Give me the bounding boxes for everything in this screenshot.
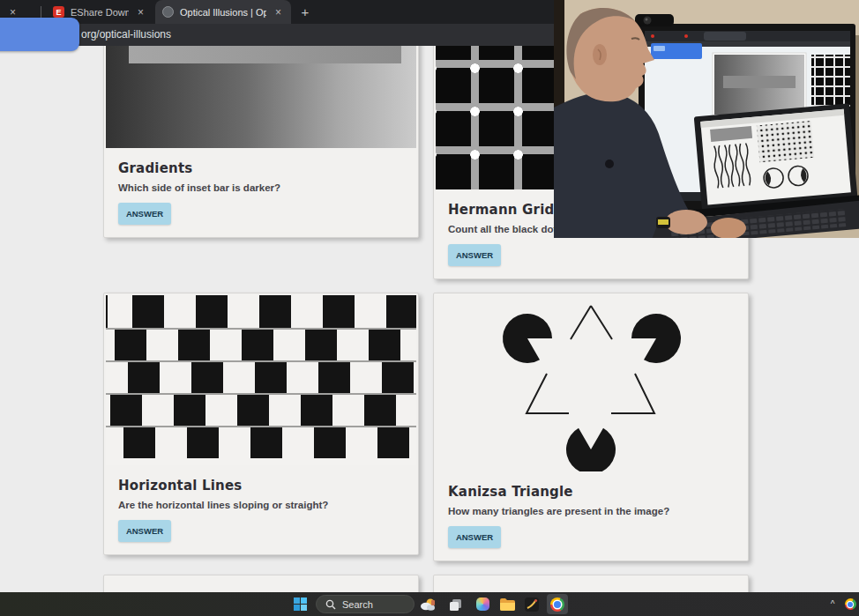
task-view-button[interactable]	[445, 594, 467, 614]
taskbar-search[interactable]: Search	[316, 595, 415, 613]
tab-close-icon[interactable]: ×	[273, 6, 284, 19]
answer-button[interactable]: ANSWER	[448, 526, 501, 548]
card-kanizsa-triangle: Kanizsa Triangle How many triangles are …	[433, 293, 749, 561]
tab-separator	[41, 6, 41, 18]
tab-close-icon[interactable]: ×	[7, 6, 19, 19]
search-icon	[325, 599, 336, 610]
tab-label: EShare Download	[71, 7, 129, 18]
chrome-icon	[550, 597, 564, 612]
windows-logo-icon	[294, 597, 307, 611]
tab-close-icon[interactable]: ×	[135, 6, 146, 19]
file-explorer-button[interactable]	[497, 594, 518, 614]
answer-button[interactable]: ANSWER	[118, 203, 171, 225]
gradients-illusion-image	[106, 46, 416, 148]
card-question: Are the horizontal lines sloping or stra…	[118, 500, 404, 510]
cafe-wall-illusion-image	[106, 295, 416, 465]
tab-optical-illusions[interactable]: Optical Illusions | Optics for Kid ×	[155, 0, 291, 24]
card-question: How many triangles are present in the im…	[448, 506, 734, 516]
answer-button[interactable]: ANSWER	[448, 244, 501, 266]
card-question: Which side of inset bar is darker?	[118, 182, 404, 193]
card-title: Kanizsa Triangle	[448, 484, 734, 500]
eshare-app-icon	[525, 597, 539, 612]
tray-chrome-icon[interactable]	[840, 594, 859, 614]
copilot-button[interactable]	[472, 594, 493, 614]
chrome-icon	[845, 598, 856, 610]
gradient-inset-bar	[129, 46, 401, 63]
card-horizontal-lines: Horizontal Lines Are the horizontal line…	[103, 293, 419, 555]
copilot-icon	[476, 597, 489, 611]
start-button[interactable]	[289, 594, 310, 614]
card-gradients: Gradients Which side of inset bar is dar…	[103, 46, 419, 238]
clip-mic	[605, 160, 614, 168]
card-title: Horizontal Lines	[118, 478, 404, 494]
folder-icon	[500, 598, 515, 611]
chevron-up-icon: ^	[831, 599, 835, 609]
eshare-floating-widget[interactable]: z	[0, 18, 79, 51]
tab-label: Optical Illusions | Optics for Kid	[180, 7, 266, 18]
task-view-icon	[449, 597, 463, 612]
dot-grid-mini	[757, 121, 814, 162]
eshare-tab-icon: E	[53, 6, 64, 18]
eshare-app-button[interactable]	[521, 594, 542, 614]
card-partial-right	[433, 575, 749, 592]
globe-icon	[162, 6, 174, 18]
chrome-button[interactable]	[547, 594, 568, 614]
card-title: Gradients	[118, 160, 404, 176]
windows-taskbar: Search	[0, 592, 859, 616]
card-partial-left	[103, 575, 419, 592]
ear	[593, 44, 607, 65]
widgets-weather-button[interactable]	[417, 594, 438, 614]
answer-button[interactable]: ANSWER	[118, 520, 171, 542]
weather-icon	[419, 597, 437, 612]
webcam-device	[635, 14, 674, 26]
search-label: Search	[342, 599, 373, 610]
kanizsa-triangle-illusion-image	[436, 295, 746, 471]
new-tab-button[interactable]: +	[296, 4, 314, 21]
url-text[interactable]: org/optical-illusions	[81, 28, 171, 41]
webcam-video-overlay	[554, 0, 859, 238]
screen: Gradients Which side of inset bar is dar…	[0, 0, 859, 616]
